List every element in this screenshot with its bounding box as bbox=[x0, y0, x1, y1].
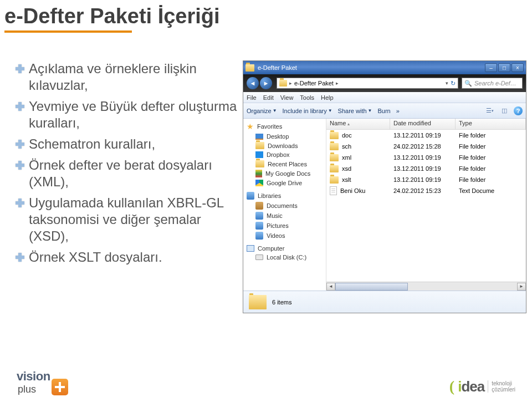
disk-icon bbox=[255, 255, 263, 260]
sidebar-item-pictures[interactable]: Pictures bbox=[243, 221, 326, 231]
col-name[interactable]: Name ▴ bbox=[326, 119, 390, 129]
table-row[interactable]: xsd13.12.2011 09:19File folder bbox=[326, 163, 526, 174]
menubar: File Edit View Tools Help bbox=[243, 92, 526, 103]
plus-icon bbox=[16, 161, 24, 170]
bullet-text: Örnek XSLT dosyaları. bbox=[29, 249, 162, 266]
file-name: Beni Oku bbox=[340, 187, 365, 194]
table-row[interactable]: sch24.02.2012 15:28File folder bbox=[326, 141, 526, 152]
gdocs-icon bbox=[255, 170, 262, 177]
sidebar-item-google-drive[interactable]: Google Drive bbox=[243, 179, 326, 187]
footer-logos: vision plus ( idea teknoloji çözümleri bbox=[0, 369, 532, 395]
menu-file[interactable]: File bbox=[247, 94, 257, 101]
sidebar-item-documents[interactable]: Documents bbox=[243, 201, 326, 211]
table-row[interactable]: xslt13.12.2011 09:19File folder bbox=[326, 174, 526, 185]
file-list: Name ▴ Date modified Type doc13.12.2011 … bbox=[326, 119, 526, 291]
menu-view[interactable]: View bbox=[280, 94, 294, 101]
folder-icon bbox=[330, 176, 339, 184]
bullet-text: Uygulamada kullanılan XBRL-GL taksonomis… bbox=[29, 195, 243, 245]
sidebar-item-desktop[interactable]: Desktop bbox=[243, 132, 326, 141]
sidebar-item-videos[interactable]: Videos bbox=[243, 231, 326, 241]
bullet-text: Schematron kuralları, bbox=[29, 136, 155, 152]
sidebar-item-local-disk[interactable]: Local Disk (C:) bbox=[243, 253, 326, 262]
file-type: File folder bbox=[456, 176, 526, 183]
close-button[interactable]: × bbox=[511, 63, 524, 72]
burn-button[interactable]: Burn bbox=[377, 108, 390, 114]
bullet-text: Örnek defter ve berat dosyaları (XML), bbox=[29, 157, 243, 190]
sidebar-item-recent-places[interactable]: Recent Places bbox=[243, 159, 326, 169]
organize-button[interactable]: Organize▼ bbox=[247, 108, 277, 114]
preview-pane-button[interactable]: ◫ bbox=[499, 106, 509, 116]
breadcrumb-text[interactable]: e-Defter Paket bbox=[294, 80, 334, 86]
menu-tools[interactable]: Tools bbox=[300, 94, 314, 101]
computer-icon bbox=[247, 245, 254, 252]
file-name: xml bbox=[342, 154, 351, 161]
gdrive-icon bbox=[255, 180, 263, 186]
nav-arrows: ◄ ► bbox=[247, 77, 273, 89]
status-bar: 6 items bbox=[243, 291, 526, 313]
window-titlebar[interactable]: e-Defter Paket – □ × bbox=[243, 61, 526, 74]
sidebar-group-computer[interactable]: Computer bbox=[243, 244, 326, 253]
search-icon: 🔍 bbox=[464, 80, 472, 87]
table-row[interactable]: Beni Oku24.02.2012 15:23Text Docume bbox=[326, 185, 526, 196]
scroll-track[interactable] bbox=[335, 283, 517, 291]
sidebar-item-dropbox[interactable]: Dropbox bbox=[243, 150, 326, 159]
minimize-button[interactable]: – bbox=[485, 63, 497, 72]
horizontal-scrollbar[interactable]: ◄ ► bbox=[326, 282, 526, 291]
file-type: File folder bbox=[456, 165, 526, 172]
plus-icon bbox=[16, 64, 24, 73]
bullet-item: Uygulamada kullanılan XBRL-GL taksonomis… bbox=[16, 195, 243, 245]
toolbar-overflow-button[interactable]: » bbox=[396, 108, 400, 114]
sidebar: ★Favorites Desktop Downloads Dropbox Rec… bbox=[243, 119, 326, 291]
sidebar-group-libraries[interactable]: Libraries bbox=[243, 191, 326, 201]
sidebar-group-favorites[interactable]: ★Favorites bbox=[243, 121, 326, 132]
forward-button[interactable]: ► bbox=[260, 77, 272, 89]
refresh-icon[interactable]: ↻ bbox=[451, 80, 456, 87]
chevron-right-icon[interactable]: ▸ bbox=[336, 80, 339, 86]
bullet-item: Örnek XSLT dosyaları. bbox=[16, 249, 243, 266]
scroll-right-button[interactable]: ► bbox=[517, 283, 526, 291]
folder-icon bbox=[330, 165, 339, 172]
star-icon: ★ bbox=[247, 122, 254, 131]
toolbar: Organize▼ Include in library▼ Share with… bbox=[243, 103, 526, 119]
idea-tagline: teknoloji çözümleri bbox=[488, 380, 515, 393]
column-headers[interactable]: Name ▴ Date modified Type bbox=[326, 119, 526, 130]
search-input[interactable]: 🔍 Search e-Def… bbox=[462, 78, 523, 89]
chevron-right-icon[interactable]: ▸ bbox=[289, 80, 292, 86]
idea-brand: idea bbox=[458, 378, 484, 395]
folder-icon bbox=[249, 295, 267, 309]
back-button[interactable]: ◄ bbox=[247, 77, 259, 89]
nav-bar: ◄ ► ▸ e-Defter Paket ▸ ▾ ↻ 🔍 Search e-De… bbox=[243, 74, 526, 92]
bullet-item: Açıklama ve örneklere ilişkin kılavuzlar… bbox=[16, 60, 243, 94]
sidebar-item-downloads[interactable]: Downloads bbox=[243, 141, 326, 150]
file-date: 24.02.2012 15:23 bbox=[390, 187, 456, 194]
help-icon[interactable]: ? bbox=[514, 106, 523, 115]
bullet-list: Açıklama ve örneklere ilişkin kılavuzlar… bbox=[16, 60, 243, 313]
scroll-left-button[interactable]: ◄ bbox=[326, 283, 335, 291]
plus-icon bbox=[16, 102, 24, 111]
scroll-thumb[interactable] bbox=[335, 283, 408, 291]
library-icon bbox=[247, 192, 254, 200]
desktop-icon bbox=[255, 134, 263, 140]
videos-icon bbox=[255, 232, 263, 240]
sidebar-item-google-docs[interactable]: My Google Docs bbox=[243, 169, 326, 179]
sidebar-item-music[interactable]: Music bbox=[243, 211, 326, 221]
bullet-item: Örnek defter ve berat dosyaları (XML), bbox=[16, 157, 243, 190]
file-icon bbox=[330, 186, 337, 195]
share-with-button[interactable]: Share with▼ bbox=[338, 108, 372, 114]
table-row[interactable]: doc13.12.2011 09:19File folder bbox=[326, 130, 526, 141]
table-row[interactable]: xml13.12.2011 09:19File folder bbox=[326, 152, 526, 163]
col-date[interactable]: Date modified bbox=[390, 119, 456, 129]
plus-icon bbox=[16, 253, 24, 262]
breadcrumb[interactable]: ▸ e-Defter Paket ▸ ▾ ↻ bbox=[277, 78, 458, 89]
chevron-down-icon[interactable]: ▾ bbox=[446, 80, 448, 86]
col-type[interactable]: Type bbox=[456, 119, 526, 129]
menu-help[interactable]: Help bbox=[321, 94, 334, 101]
search-placeholder: Search e-Def… bbox=[474, 80, 516, 86]
bullet-item: Yevmiye ve Büyük defter oluşturma kurall… bbox=[16, 98, 243, 131]
include-in-library-button[interactable]: Include in library▼ bbox=[283, 108, 332, 114]
menu-edit[interactable]: Edit bbox=[263, 94, 274, 101]
file-name: xsd bbox=[342, 165, 351, 172]
maximize-button[interactable]: □ bbox=[498, 63, 510, 72]
file-name: xslt bbox=[342, 176, 351, 183]
view-mode-button[interactable]: ☰▾ bbox=[485, 106, 495, 116]
